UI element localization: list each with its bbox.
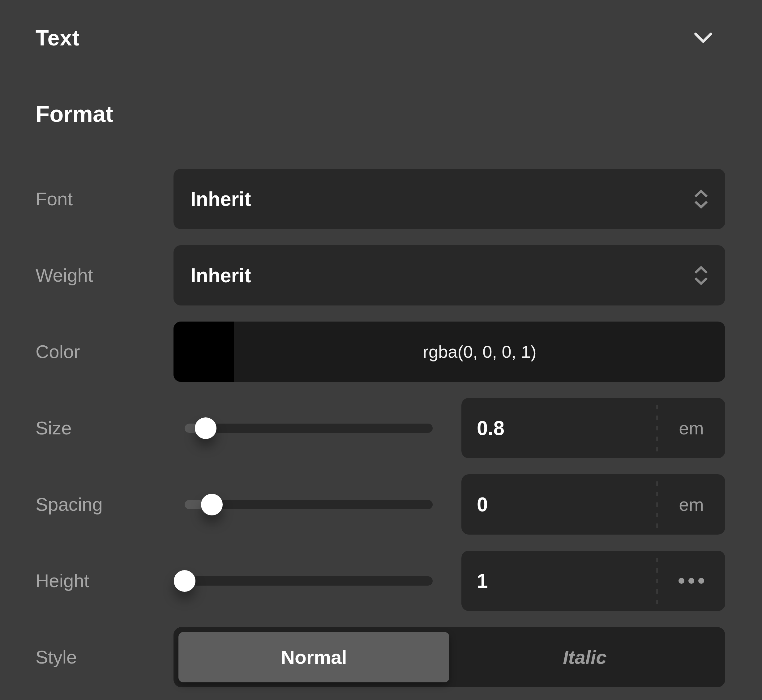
weight-label: Weight [36, 266, 174, 285]
height-value-box[interactable]: 1 [462, 551, 725, 611]
color-picker-field[interactable]: rgba(0, 0, 0, 1) [174, 322, 725, 382]
select-up-down-icon [692, 188, 710, 211]
color-swatch [174, 322, 234, 382]
size-row: Size 0.8 em [36, 398, 725, 458]
size-value-input[interactable]: 0.8 [462, 417, 504, 440]
spacing-value-input[interactable]: 0 [462, 493, 488, 516]
size-label: Size [36, 419, 174, 438]
height-unit-menu-button[interactable] [657, 551, 725, 611]
size-slider[interactable] [185, 423, 433, 433]
panel-title: Text [36, 27, 80, 49]
spacing-slider-knob[interactable] [201, 494, 223, 516]
select-up-down-icon [692, 264, 710, 287]
style-option-normal[interactable]: Normal [178, 632, 449, 682]
section-title: Format [36, 103, 725, 125]
font-row: Font Inherit [36, 169, 725, 229]
size-unit-select[interactable]: em [657, 398, 725, 458]
chevron-down-icon [694, 32, 713, 44]
spacing-label: Spacing [36, 495, 174, 514]
size-value-box[interactable]: 0.8 em [462, 398, 725, 458]
size-slider-knob[interactable] [195, 417, 216, 439]
spacing-unit-select[interactable]: em [657, 474, 725, 534]
color-row: Color rgba(0, 0, 0, 1) [36, 322, 725, 382]
spacing-value-box[interactable]: 0 em [462, 474, 725, 534]
format-rows: Font Inherit Weight Inherit [36, 169, 725, 688]
font-select[interactable]: Inherit [174, 169, 725, 229]
height-slider-knob[interactable] [174, 570, 196, 592]
weight-select-value: Inherit [191, 264, 251, 287]
color-label: Color [36, 342, 174, 361]
height-label: Height [36, 572, 174, 590]
style-row: Style Normal Italic [36, 627, 725, 688]
collapse-section-button[interactable] [694, 32, 713, 44]
weight-select[interactable]: Inherit [174, 245, 725, 305]
spacing-row: Spacing 0 em [36, 474, 725, 534]
font-select-value: Inherit [191, 188, 251, 211]
height-row: Height 1 [36, 551, 725, 611]
text-settings-panel: Text Format Font Inherit [0, 0, 762, 688]
font-label: Font [36, 190, 174, 208]
style-label: Style [36, 648, 174, 667]
spacing-slider[interactable] [185, 500, 433, 509]
weight-row: Weight Inherit [36, 245, 725, 305]
height-slider[interactable] [185, 576, 433, 586]
height-value-input[interactable]: 1 [462, 570, 488, 592]
panel-header: Text [36, 27, 725, 49]
style-option-italic[interactable]: Italic [449, 632, 720, 682]
style-toggle-group: Normal Italic [174, 627, 725, 688]
color-value: rgba(0, 0, 0, 1) [234, 322, 725, 382]
ellipsis-icon [679, 578, 704, 584]
